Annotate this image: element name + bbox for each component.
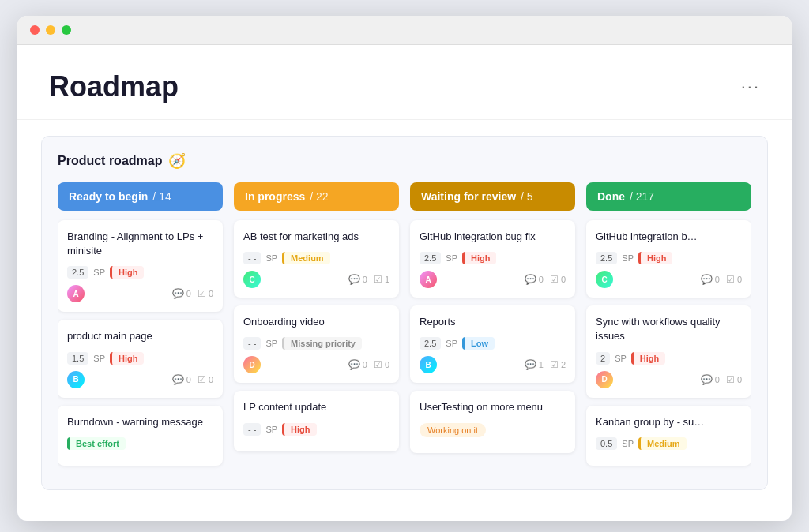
card-inprogress-2[interactable]: LP content update- -SPHigh xyxy=(234,391,399,451)
priority-badge[interactable]: Missing priority xyxy=(282,337,362,350)
sp-label: SP xyxy=(265,339,277,348)
column-header-waiting[interactable]: Waiting for review / 5 xyxy=(410,182,575,211)
card-avatar: A xyxy=(67,285,85,302)
comment-stat: 💬0 xyxy=(701,374,720,385)
minimize-dot[interactable] xyxy=(46,25,55,35)
column-header-done[interactable]: Done / 217 xyxy=(586,182,751,211)
sp-label: SP xyxy=(93,354,105,363)
priority-badge[interactable]: Medium xyxy=(282,252,330,264)
card-stats: 💬0☑0 xyxy=(701,274,742,285)
card-title: UserTesting on more menu xyxy=(420,400,566,414)
card-avatar: C xyxy=(243,271,261,288)
card-stats: 💬0☑0 xyxy=(348,359,389,370)
column-ready: Ready to begin / 14Branding - Alignment … xyxy=(58,182,223,474)
column-count: / 217 xyxy=(630,190,654,203)
card-waiting-2[interactable]: UserTesting on more menuWorking on it xyxy=(410,391,575,452)
sp-value: - - xyxy=(243,337,261,350)
sp-value: - - xyxy=(243,252,261,264)
comment-count: 0 xyxy=(186,375,191,384)
task-count: 0 xyxy=(737,375,742,384)
priority-badge[interactable]: High xyxy=(110,266,144,279)
comment-count: 0 xyxy=(715,275,720,284)
card-meta: 1.5SPHigh xyxy=(67,352,213,365)
column-count: / 22 xyxy=(310,190,328,203)
avatar-image: C xyxy=(596,271,613,288)
card-footer: D💬0☑0 xyxy=(243,356,389,373)
sp-value: 0.5 xyxy=(596,437,617,450)
priority-badge[interactable]: High xyxy=(462,252,496,264)
sp-label: SP xyxy=(622,439,634,448)
comment-stat: 💬0 xyxy=(348,359,367,370)
task-icon: ☑ xyxy=(550,359,559,370)
card-footer: C💬0☑1 xyxy=(243,271,389,288)
sp-value: 2 xyxy=(596,352,610,365)
column-label: Waiting for review xyxy=(421,190,516,203)
priority-badge[interactable]: High xyxy=(638,252,672,264)
card-avatar: A xyxy=(420,271,437,288)
sp-label: SP xyxy=(265,253,277,263)
sp-value: - - xyxy=(243,423,261,436)
sp-label: SP xyxy=(615,354,627,363)
avatar-image: A xyxy=(67,285,85,302)
comment-count: 0 xyxy=(186,289,191,298)
card-avatar: B xyxy=(420,356,437,373)
browser-window: Roadmap ··· Product roadmap 🧭 Ready to b… xyxy=(17,16,792,521)
task-count: 0 xyxy=(209,375,213,384)
fullscreen-dot[interactable] xyxy=(62,25,71,35)
card-inprogress-0[interactable]: AB test for marketing ads- -SPMediumC💬0☑… xyxy=(234,220,399,298)
card-ready-0[interactable]: Branding - Alignment to LPs + minisite2.… xyxy=(58,220,223,312)
avatar-image: D xyxy=(596,371,613,388)
priority-badge[interactable]: High xyxy=(110,352,144,365)
card-ready-2[interactable]: Burndown - warning messageBest effort xyxy=(58,406,223,466)
task-icon: ☑ xyxy=(374,274,382,285)
priority-badge[interactable]: Medium xyxy=(638,437,687,450)
board-title: Product roadmap 🧭 xyxy=(58,152,751,170)
card-ready-1[interactable]: product main page1.5SPHighB💬0☑0 xyxy=(58,320,223,397)
card-done-2[interactable]: Kanban group by - su…0.5SPMedium xyxy=(586,406,751,466)
close-dot[interactable] xyxy=(30,25,40,35)
card-title: Burndown - warning message xyxy=(67,415,213,429)
card-done-0[interactable]: GitHub integration b…2.5SPHighC💬0☑0 xyxy=(586,220,751,298)
task-stat: ☑0 xyxy=(550,274,566,285)
board-title-emoji: 🧭 xyxy=(168,152,186,170)
task-icon: ☑ xyxy=(198,374,206,385)
task-stat: ☑0 xyxy=(726,374,742,385)
card-done-1[interactable]: Sync with workflows quality issues2SPHig… xyxy=(586,305,751,397)
task-icon: ☑ xyxy=(726,274,735,285)
comment-stat: 💬0 xyxy=(172,374,191,385)
card-title: GitHub integration bug fix xyxy=(420,230,566,244)
card-waiting-0[interactable]: GitHub integration bug fix2.5SPHighA💬0☑0 xyxy=(410,220,575,298)
column-count: / 5 xyxy=(521,190,533,203)
card-waiting-1[interactable]: Reports2.5SPLowB💬1☑2 xyxy=(410,305,575,383)
column-label: Done xyxy=(597,190,625,203)
task-stat: ☑1 xyxy=(374,274,389,285)
sp-label: SP xyxy=(622,253,634,263)
card-title: AB test for marketing ads xyxy=(243,230,389,244)
priority-badge[interactable]: Low xyxy=(462,337,495,350)
task-icon: ☑ xyxy=(726,374,735,385)
task-count: 0 xyxy=(209,289,213,298)
column-header-inprogress[interactable]: In progress / 22 xyxy=(234,182,399,211)
page-title: Roadmap xyxy=(49,70,179,103)
task-stat: ☑2 xyxy=(550,359,566,370)
comment-icon: 💬 xyxy=(172,288,184,299)
column-count: / 14 xyxy=(152,190,171,203)
board-title-text: Product roadmap xyxy=(58,154,162,168)
priority-badge[interactable]: Best effort xyxy=(67,437,126,450)
more-options-button[interactable]: ··· xyxy=(741,77,760,97)
card-avatar: D xyxy=(243,356,261,373)
task-count: 0 xyxy=(561,275,566,284)
column-waiting: Waiting for review / 5GitHub integration… xyxy=(410,182,575,474)
column-header-ready[interactable]: Ready to begin / 14 xyxy=(58,182,223,211)
card-meta: Best effort xyxy=(67,437,213,450)
priority-badge[interactable]: High xyxy=(282,423,316,436)
page-header: Roadmap ··· xyxy=(17,45,792,120)
priority-badge[interactable]: High xyxy=(631,352,665,365)
comment-stat: 💬0 xyxy=(701,274,720,285)
card-meta: 2.5SPHigh xyxy=(67,266,213,279)
card-title: GitHub integration b… xyxy=(596,230,742,244)
card-footer: B💬1☑2 xyxy=(420,356,566,373)
card-title: Sync with workflows quality issues xyxy=(596,315,742,343)
card-inprogress-1[interactable]: Onboarding video- -SPMissing priorityD💬0… xyxy=(234,305,399,383)
task-count: 2 xyxy=(561,360,566,369)
